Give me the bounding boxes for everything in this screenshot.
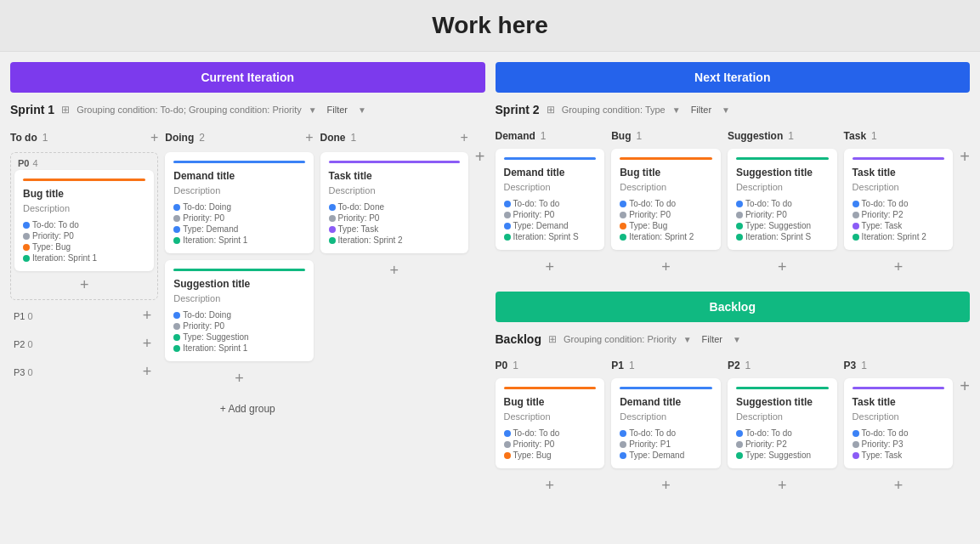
demand-next-bar [504, 157, 597, 160]
sprint2-filter-button[interactable]: Filter [688, 103, 715, 116]
bs-meta-1: To-do: To do [736, 428, 829, 438]
backlog-p3-header: P3 1 [844, 356, 954, 375]
demand-meta-1: To-do: Doing [173, 202, 304, 212]
demand-col-count: 1 [541, 130, 547, 142]
todo-add-button[interactable]: + [150, 130, 158, 145]
demand-col-label: Demand [496, 130, 535, 142]
task-meta-4: Iteration: Sprint 2 [329, 235, 460, 245]
bug-add-next[interactable]: + [611, 257, 721, 278]
done-add-button[interactable]: + [460, 130, 467, 145]
backlog-filter-button[interactable]: Filter [699, 332, 726, 346]
doing-column: Doing 2 + Demand title Description To-do… [165, 127, 313, 389]
sprint1-columns: To do 1 + P0 4 Bug title Description To-… [10, 127, 485, 389]
demand-col-header: Demand 1 [496, 127, 605, 145]
sprint2-filter-chevron2: ▼ [722, 105, 730, 115]
sprint1-filter-button[interactable]: Filter [324, 103, 351, 116]
suggestion-column: Suggestion 1 Suggestion title Descriptio… [728, 127, 837, 278]
backlog-p0-add[interactable]: + [496, 475, 605, 496]
dn-meta-1: To-do: To do [504, 199, 597, 208]
doing-count: 2 [199, 132, 205, 144]
page-title: Work here [12, 12, 968, 39]
sprint2-filter-chevron: ▼ [672, 105, 681, 115]
sug-meta-3: Type: Suggestion [173, 332, 304, 342]
task-col-header: Task 1 [844, 127, 954, 145]
sprint1-name: Sprint 1 [10, 103, 54, 116]
backlog-p3-add[interactable]: + [844, 475, 954, 496]
suggestion-add-next[interactable]: + [728, 257, 837, 278]
demand-meta-2: Priority: P0 [173, 213, 304, 223]
add-column-button-backlog[interactable]: + [960, 377, 970, 396]
demand-add-next[interactable]: + [496, 257, 605, 278]
backlog-p1-add[interactable]: + [611, 475, 721, 496]
backlog-p3-count: 1 [861, 360, 867, 371]
backlog-p1-label: P1 [611, 360, 624, 371]
doing-add-card-button[interactable]: + [165, 368, 313, 389]
add-column-button-current[interactable]: + [475, 147, 485, 167]
backlog-columns: P0 1 Bug title Description To-do: To do … [496, 356, 971, 496]
backlog-p1-column: P1 1 Demand title Description To-do: To … [611, 356, 721, 496]
bd-meta-3: Type: Demand [620, 450, 712, 460]
backlog-bar: Backlog ⊞ Grouping condition: Priority ▼… [496, 329, 971, 349]
bug-meta-2: Priority: P0 [23, 231, 145, 241]
bb-meta-1: To-do: To do [504, 428, 597, 438]
demand-card-desc: Description [173, 185, 304, 196]
demand-next-title: Demand title [504, 167, 597, 178]
done-add-card-button[interactable]: + [320, 260, 468, 281]
task-card-title: Task title [329, 170, 460, 182]
done-column: Done 1 + Task title Description To-do: D… [320, 127, 468, 281]
backlog-header: Backlog [496, 292, 971, 322]
sprint1-grid-icon: ⊞ [61, 104, 70, 116]
p2-add-todo[interactable]: + [139, 333, 156, 354]
tn-meta-3: Type: Task [853, 221, 945, 230]
demand-meta-4: Iteration: Sprint 1 [173, 235, 304, 245]
bn-meta-3: Type: Bug [620, 221, 712, 230]
backlog-p1-header: P1 1 [611, 356, 721, 375]
p3-add-todo[interactable]: + [139, 361, 156, 382]
suggestion-card-meta: To-do: Doing Priority: P0 Type: Suggesti… [173, 310, 304, 353]
task-add-next[interactable]: + [844, 257, 954, 278]
demand-column: Demand 1 Demand title Description To-do:… [496, 127, 605, 278]
done-label: Done [320, 132, 346, 144]
bs-meta-3: Type: Suggestion [736, 450, 829, 460]
bd-meta-2: Priority: P1 [620, 439, 712, 449]
bug-card-desc: Description [23, 203, 145, 213]
backlog-bug-desc: Description [504, 411, 597, 422]
p0-label: P0 4 [14, 156, 154, 170]
next-iteration-header: Next Iteration [496, 62, 971, 93]
backlog-name: Backlog [496, 332, 541, 346]
sug-next-bar [736, 157, 829, 160]
bt-meta-3: Type: Task [853, 450, 945, 460]
doing-add-button[interactable]: + [305, 130, 313, 145]
backlog-sug-desc: Description [736, 411, 829, 422]
task-next-meta: To-do: To do Priority: P2 Type: Task Ite… [853, 199, 945, 241]
backlog-p3-label: P3 [844, 360, 857, 371]
backlog-bug-card: Bug title Description To-do: To do Prior… [496, 378, 605, 468]
task-col-count: 1 [871, 130, 877, 142]
sprint1-filter-chevron: ▼ [358, 105, 366, 115]
backlog-bug-bar [504, 387, 597, 389]
add-column-button-next[interactable]: + [960, 147, 970, 167]
demand-next-meta: To-do: To do Priority: P0 Type: Demand I… [504, 199, 597, 241]
p0-add-card-button[interactable]: + [14, 275, 154, 296]
tn-meta-4: Iteration: Sprint 2 [853, 232, 945, 241]
doing-label: Doing [165, 132, 194, 144]
current-iteration-header: Current Iteration [10, 62, 485, 93]
backlog-task-meta: To-do: To do Priority: P3 Type: Task [853, 428, 945, 460]
backlog-p2-add[interactable]: + [728, 475, 837, 496]
task-next-desc: Description [853, 182, 945, 192]
sprint2-name: Sprint 2 [496, 103, 540, 116]
backlog-p2-label: P2 [728, 360, 740, 371]
bug-next-meta: To-do: To do Priority: P0 Type: Bug Iter… [620, 199, 712, 241]
add-group-button[interactable]: + Add group [10, 396, 485, 422]
backlog-suggestion-card: Suggestion title Description To-do: To d… [728, 378, 837, 468]
p0-count: 4 [32, 158, 37, 168]
backlog-demand-desc: Description [620, 411, 712, 422]
backlog-p3-column: P3 1 Task title Description To-do: To do… [844, 356, 954, 496]
bug-meta-3: Type: Bug [23, 242, 145, 252]
p1-add-todo[interactable]: + [139, 305, 156, 326]
bug-col-header: Bug 1 [611, 127, 721, 145]
suggestion-card-doing: Suggestion title Description To-do: Doin… [165, 260, 313, 361]
backlog-sug-title: Suggestion title [736, 396, 829, 408]
sug-meta-4: Iteration: Sprint 1 [173, 343, 304, 353]
backlog-p0-label: P0 [496, 360, 508, 371]
